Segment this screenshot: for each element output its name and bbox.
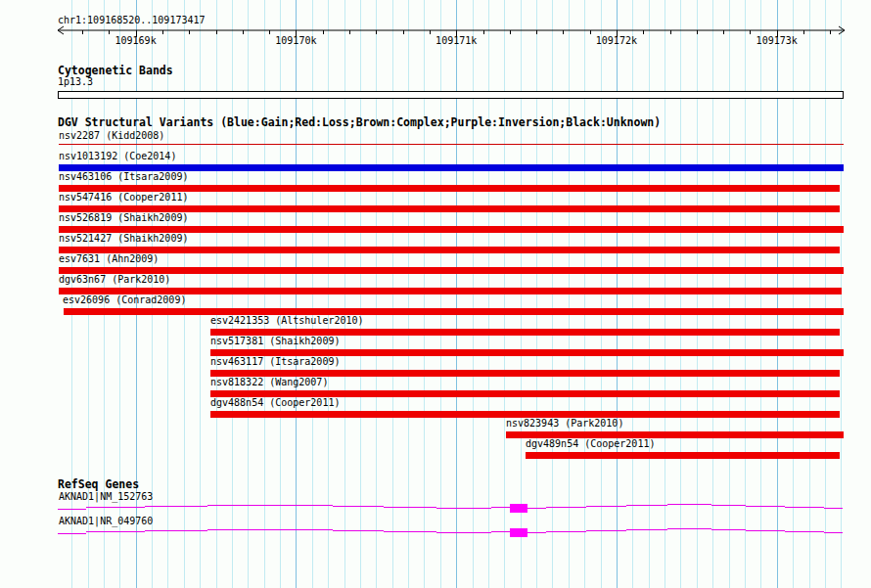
gene-intron-line[interactable] (626, 505, 667, 506)
gene-intron-line[interactable] (384, 531, 436, 532)
gene-intron-line[interactable] (746, 506, 785, 507)
gene-intron-line[interactable] (86, 507, 145, 508)
gene-label: AKNAD1|NR_049760 (59, 517, 153, 526)
gene-intron-line[interactable] (586, 506, 626, 507)
gene-intron-line[interactable] (491, 531, 510, 532)
gene-exon-box[interactable] (510, 504, 527, 513)
gene-intron-line[interactable] (546, 507, 586, 508)
gene-intron-line[interactable] (86, 531, 145, 532)
gene-intron-line[interactable] (145, 506, 207, 507)
gene-intron-line[interactable] (667, 504, 711, 505)
refseq-track-layer: AKNAD1|NM_152763AKNAD1|NR_049760 (0, 0, 871, 588)
gene-intron-line[interactable] (436, 508, 491, 509)
gene-intron-line[interactable] (145, 530, 207, 531)
gene-intron-line[interactable] (785, 507, 824, 508)
gene-intron-line[interactable] (333, 506, 384, 507)
gene-intron-line[interactable] (58, 509, 86, 510)
gene-intron-line[interactable] (667, 528, 711, 529)
gene-intron-line[interactable] (207, 505, 333, 506)
gene-intron-line[interactable] (824, 508, 843, 509)
gene-intron-line[interactable] (527, 532, 546, 533)
gene-intron-line[interactable] (586, 530, 626, 531)
gene-intron-line[interactable] (333, 530, 384, 531)
gene-intron-line[interactable] (384, 507, 436, 508)
gene-intron-line[interactable] (711, 529, 746, 530)
gene-label: AKNAD1|NM_152763 (59, 492, 153, 502)
gene-exon-box[interactable] (510, 528, 527, 537)
gene-intron-line[interactable] (207, 529, 333, 530)
gene-intron-line[interactable] (546, 531, 586, 532)
genome-view: 109169k109170k109171k109172k109173k chr1… (0, 0, 871, 588)
gene-intron-line[interactable] (785, 531, 824, 532)
gene-intron-line[interactable] (527, 508, 546, 509)
gene-intron-line[interactable] (711, 505, 746, 506)
gene-intron-line[interactable] (824, 532, 843, 533)
gene-intron-line[interactable] (491, 507, 510, 508)
gene-intron-line[interactable] (58, 533, 86, 534)
gene-intron-line[interactable] (626, 529, 667, 530)
gene-intron-line[interactable] (436, 532, 491, 533)
gene-intron-line[interactable] (746, 530, 785, 531)
